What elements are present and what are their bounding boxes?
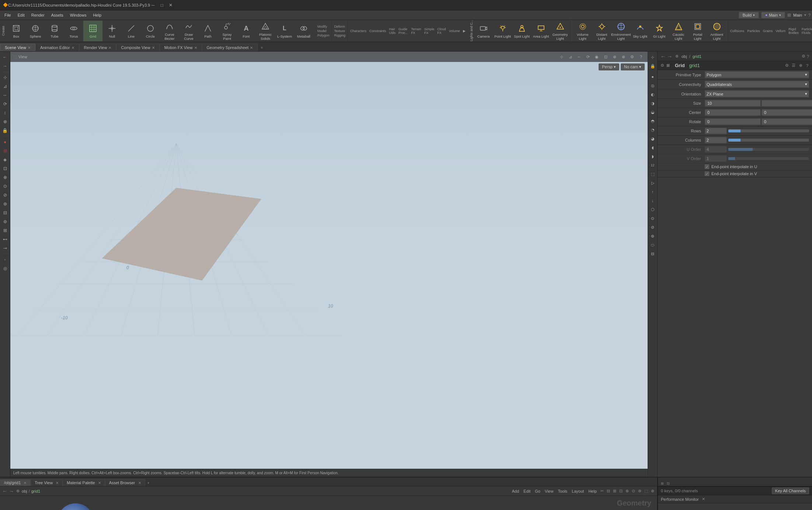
vrt-11[interactable]: ◖ xyxy=(649,143,657,152)
props-node-help[interactable]: ? xyxy=(806,63,808,68)
ne-help-btn[interactable]: Help xyxy=(587,488,598,494)
vrt-12[interactable]: ◗ xyxy=(649,152,657,160)
vrt-15[interactable]: ↑ xyxy=(649,188,657,196)
left-tool-3[interactable]: ↔ xyxy=(1,91,9,99)
left-tool-15[interactable]: ⊛ xyxy=(1,200,9,208)
vrt-20[interactable]: ⊛ xyxy=(649,232,657,240)
tool-caustic-light[interactable]: Caustic Light xyxy=(669,21,688,41)
vrt-18[interactable]: ⊙ xyxy=(649,214,657,222)
menu-file[interactable]: File xyxy=(1,12,14,18)
tool-point-light[interactable]: Point Light xyxy=(493,21,512,41)
tool-area-light[interactable]: Area Light xyxy=(532,21,551,41)
vp-tool-9[interactable]: ⚙ xyxy=(628,53,636,60)
tab-geometry-spreadsheet[interactable]: Geometry Spreadsheet ✕ xyxy=(202,44,258,51)
composite-view-close[interactable]: ✕ xyxy=(152,46,155,50)
center-y-input[interactable] xyxy=(762,109,812,116)
rows-input[interactable] xyxy=(705,128,727,134)
cam-dropdown[interactable]: No cam ▾ xyxy=(621,63,645,70)
orientation-select[interactable]: ZX Plane ▾ xyxy=(705,90,809,97)
props-settings[interactable]: ⚙ xyxy=(802,54,805,59)
ne-edit-btn[interactable]: Edit xyxy=(522,488,532,494)
left-tool-14[interactable]: ⊘ xyxy=(1,191,9,199)
tool-line[interactable]: Line xyxy=(122,21,141,41)
rows-slider[interactable] xyxy=(728,129,809,132)
tool-circle[interactable]: Circle xyxy=(141,21,160,41)
ne-tab-obj-close[interactable]: ✕ xyxy=(24,481,27,485)
maximize-button[interactable]: □ xyxy=(159,2,165,8)
left-tool-8[interactable]: ● xyxy=(1,138,9,146)
ne-icon-5[interactable]: ⊗ xyxy=(625,489,629,493)
center-x-input[interactable] xyxy=(705,109,761,116)
left-tool-7[interactable]: 🔒 xyxy=(1,126,9,135)
size-y-input[interactable] xyxy=(762,100,812,107)
rotate-y-input[interactable] xyxy=(762,118,812,125)
tool-path[interactable]: Path xyxy=(198,21,217,41)
props-node-settings[interactable]: ⚙ xyxy=(785,63,789,68)
perf-close[interactable]: ✕ xyxy=(702,497,705,502)
tool-torus[interactable]: Torus xyxy=(64,21,83,41)
props-back-btn[interactable]: ← xyxy=(661,53,666,59)
tool-select[interactable]: ⊹ xyxy=(1,73,9,81)
main-button[interactable]: ● Main ▾ xyxy=(761,12,785,18)
vrt-7[interactable]: ◒ xyxy=(649,108,657,116)
vrt-frame[interactable]: 12 xyxy=(649,161,657,169)
left-tool-11[interactable]: ⊡ xyxy=(1,164,9,173)
vp-tool-8[interactable]: ⊗ xyxy=(620,53,627,60)
persp-dropdown[interactable]: Persp ▾ xyxy=(599,63,619,70)
tool-spot-light[interactable]: Spot Light xyxy=(512,21,532,41)
primitive-type-select[interactable]: Polygon ▾ xyxy=(705,71,809,78)
tab-add-button[interactable]: + xyxy=(258,44,266,51)
tool-environment-light[interactable]: Environment Light xyxy=(611,21,631,41)
vp-tool-6[interactable]: ⊡ xyxy=(602,53,609,60)
geometry-spreadsheet-close[interactable]: ✕ xyxy=(250,46,253,50)
menu-help[interactable]: Help xyxy=(90,12,104,18)
vrt-8[interactable]: ◓ xyxy=(649,117,657,125)
left-tool-17[interactable]: ⊚ xyxy=(1,218,9,226)
left-tool-19[interactable]: ⊷ xyxy=(1,235,9,243)
vp-tool-10[interactable]: ? xyxy=(637,53,645,60)
vp-tool-2[interactable]: ⊿ xyxy=(567,53,574,60)
vrt-1[interactable]: ⊹ xyxy=(649,53,657,61)
vrt-2[interactable]: 🔒 xyxy=(649,62,657,70)
vp-tool-7[interactable]: ⊕ xyxy=(611,53,618,60)
close-button[interactable]: ✕ xyxy=(168,2,174,8)
tool-portal-light[interactable]: Portal Light xyxy=(688,21,707,41)
tool-grid[interactable]: Grid xyxy=(83,21,102,41)
ne-tab-material-palette[interactable]: Material Palette ✕ xyxy=(63,479,105,486)
tab-composite-view[interactable]: Composite View ✕ xyxy=(116,44,159,51)
end-interp-v-check[interactable]: ✓ xyxy=(705,171,709,176)
vrt-14[interactable]: ▷ xyxy=(649,179,657,187)
vrt-16[interactable]: ↓ xyxy=(649,197,657,205)
props-help[interactable]: ? xyxy=(807,54,809,59)
tool-curve-bezier[interactable]: Curve Bezier xyxy=(160,21,179,41)
vrt-22[interactable]: ⊟ xyxy=(649,250,657,258)
vrt-19[interactable]: ⊘ xyxy=(649,223,657,231)
br-panel-settings[interactable]: ⊞ xyxy=(659,481,665,486)
tab-motion-fx[interactable]: Motion FX View ✕ xyxy=(160,44,202,51)
left-tool-20[interactable]: ⊸ xyxy=(1,244,9,252)
props-node-list[interactable]: ☰ xyxy=(792,63,795,68)
ne-icon-4[interactable]: ⊡ xyxy=(619,489,623,493)
tool-geometry-light[interactable]: Geometry Light xyxy=(551,21,570,41)
ne-tab-obj-grid1[interactable]: /obj/grid1 ✕ xyxy=(0,479,31,486)
animation-editor-close[interactable]: ✕ xyxy=(72,46,74,50)
vrt-3[interactable]: ● xyxy=(649,73,657,81)
ne-tools-btn[interactable]: Tools xyxy=(557,488,569,494)
ne-tab-tree-close[interactable]: ✕ xyxy=(56,481,59,485)
left-tool-21[interactable]: ◦ xyxy=(1,256,9,264)
v-order-input[interactable] xyxy=(705,155,727,162)
tool-undo[interactable]: ← xyxy=(1,53,9,61)
ne-layout-btn[interactable]: Layout xyxy=(570,488,585,494)
tool-spray-paint[interactable]: Spray Paint xyxy=(217,21,237,41)
menu-edit[interactable]: Edit xyxy=(15,12,28,18)
tool-redo[interactable]: → xyxy=(1,62,9,70)
tool-gi-light[interactable]: GI Light xyxy=(650,21,669,41)
left-tool-4[interactable]: ⟳ xyxy=(1,100,9,108)
left-tool-9[interactable]: ◎ xyxy=(1,147,9,155)
u-order-input[interactable] xyxy=(705,146,727,153)
render-view-close[interactable]: ✕ xyxy=(108,46,111,50)
tool-box[interactable]: Box xyxy=(7,21,26,41)
vp-tool-4[interactable]: ⟳ xyxy=(584,53,592,60)
columns-slider[interactable] xyxy=(728,139,809,142)
tool-volume-light[interactable]: Volume Light xyxy=(573,21,592,41)
